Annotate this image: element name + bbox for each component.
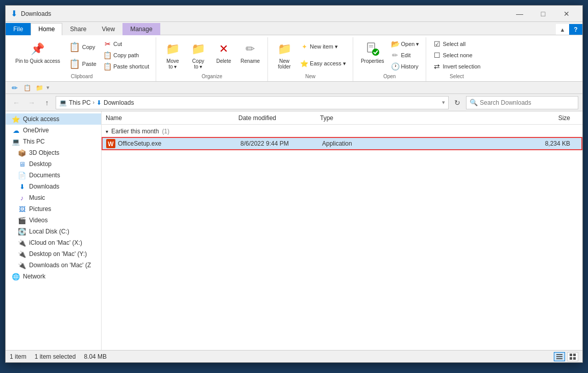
quick-access-toolbar: ✏ 📋 📁 ▾ bbox=[6, 82, 582, 94]
sidebar-item-icloud[interactable]: 🔌 iCloud on 'Mac' (X:) bbox=[6, 237, 101, 248]
search-icon: 🔍 bbox=[470, 99, 478, 106]
maximize-button[interactable]: □ bbox=[531, 6, 555, 22]
sidebar-item-local-disk[interactable]: 💽 Local Disk (C:) bbox=[6, 226, 101, 237]
ribbon-collapse-button[interactable]: ▲ bbox=[556, 24, 569, 35]
sidebar-item-onedrive[interactable]: ☁ OneDrive bbox=[6, 125, 101, 136]
tab-share[interactable]: Share bbox=[62, 23, 94, 35]
column-type[interactable]: Type bbox=[320, 114, 402, 122]
detail-view-button[interactable] bbox=[554, 352, 565, 361]
copy-path-button[interactable]: 📋 Copy path bbox=[101, 50, 152, 61]
new-folder-button[interactable]: 📁 Newfolder bbox=[272, 38, 297, 72]
sidebar-item-documents[interactable]: 📄 Documents bbox=[6, 170, 101, 181]
refresh-button[interactable]: ↻ bbox=[451, 96, 464, 109]
sidebar-item-this-pc[interactable]: 💻 This PC bbox=[6, 136, 101, 147]
column-name[interactable]: Name bbox=[106, 114, 238, 122]
breadcrumb-pc-icon: 💻 bbox=[59, 99, 67, 106]
address-dropdown-icon[interactable]: ▾ bbox=[442, 99, 445, 106]
sidebar-item-downloads-mac[interactable]: 🔌 Downloads on 'Mac' (Z bbox=[6, 260, 101, 271]
properties-button[interactable]: Properties bbox=[357, 38, 388, 66]
qa-properties-button[interactable]: 📋 bbox=[22, 83, 32, 93]
organize-label: Organize bbox=[160, 72, 263, 81]
column-date-modified[interactable]: Date modified bbox=[238, 114, 320, 122]
help-button[interactable]: ? bbox=[569, 24, 582, 35]
svg-rect-9 bbox=[570, 354, 572, 356]
forward-button[interactable]: → bbox=[25, 96, 38, 109]
close-button[interactable]: ✕ bbox=[555, 6, 578, 22]
search-box[interactable]: 🔍 bbox=[466, 96, 578, 109]
address-bar[interactable]: 💻 This PC › ⬇ Downloads ▾ bbox=[56, 96, 449, 109]
minimize-button[interactable]: — bbox=[508, 6, 531, 22]
ribbon-tabs: File Home Share View Manage ▲ ? bbox=[6, 22, 582, 35]
paste-button[interactable]: 📋 Paste bbox=[65, 56, 100, 72]
easy-access-label: Easy access ▾ bbox=[310, 60, 346, 67]
breadcrumb-downloads: Downloads bbox=[104, 99, 134, 106]
pin-icon: 📌 bbox=[30, 41, 46, 57]
sidebar-item-pictures[interactable]: 🖼 Pictures bbox=[6, 203, 101, 215]
column-size[interactable]: Size bbox=[402, 114, 578, 122]
3d-objects-icon: 📦 bbox=[18, 149, 26, 157]
local-disk-icon: 💽 bbox=[18, 227, 26, 236]
cut-button[interactable]: ✂ Cut bbox=[101, 38, 152, 50]
status-selected: 1 item selected bbox=[35, 353, 76, 360]
sidebar-item-music[interactable]: ♪ Music bbox=[6, 192, 101, 203]
onedrive-icon: ☁ bbox=[12, 126, 20, 134]
up-button[interactable]: ↑ bbox=[40, 96, 54, 109]
sidebar-item-desktop[interactable]: 🖥 Desktop bbox=[6, 158, 101, 170]
sidebar-item-videos[interactable]: 🎬 Videos bbox=[6, 215, 101, 226]
tab-home[interactable]: Home bbox=[31, 23, 62, 35]
pin-to-quick-access-button[interactable]: 📌 Pin to Quick access bbox=[12, 38, 64, 67]
file-size-officesetup: 8,234 KB bbox=[404, 140, 578, 147]
copy-to-button[interactable]: 📁 Copyto ▾ bbox=[186, 38, 210, 72]
sidebar-label-3d-objects: 3D Objects bbox=[29, 149, 59, 156]
svg-text:W: W bbox=[108, 141, 114, 148]
open-label: Open ▾ bbox=[401, 41, 419, 48]
sidebar-label-icloud: iCloud on 'Mac' (X:) bbox=[29, 239, 82, 246]
easy-access-button[interactable]: ⭐ Easy access ▾ bbox=[298, 58, 349, 69]
history-button[interactable]: 🕐 History bbox=[388, 61, 422, 72]
select-none-button[interactable]: ☐ Select none bbox=[430, 50, 483, 61]
qa-dropdown-icon[interactable]: ▾ bbox=[46, 84, 50, 91]
select-label: Select bbox=[430, 72, 483, 81]
tab-manage[interactable]: Manage bbox=[122, 23, 160, 35]
sidebar-label-documents: Documents bbox=[29, 172, 60, 179]
title-bar: ⬇ Downloads — □ ✕ bbox=[6, 6, 582, 22]
invert-selection-label: Invert selection bbox=[443, 63, 480, 69]
svg-point-3 bbox=[372, 49, 379, 56]
new-item-button[interactable]: ✦ New item ▾ bbox=[298, 41, 349, 53]
invert-selection-button[interactable]: ⇄ Invert selection bbox=[430, 61, 483, 72]
tab-view[interactable]: View bbox=[94, 23, 122, 35]
tab-file[interactable]: File bbox=[6, 23, 31, 35]
sidebar-item-quick-access[interactable]: ⭐ Quick access bbox=[6, 113, 101, 125]
large-icon-view-button[interactable] bbox=[567, 352, 578, 361]
qa-new-folder-button[interactable]: 📁 bbox=[34, 83, 44, 93]
sidebar-item-desktop-mac[interactable]: 🔌 Desktop on 'Mac' (Y:) bbox=[6, 248, 101, 260]
select-all-button[interactable]: ☑ Select all bbox=[430, 38, 483, 50]
sidebar-label-onedrive: OneDrive bbox=[23, 127, 49, 134]
sidebar-item-downloads[interactable]: ⬇ Downloads bbox=[6, 181, 101, 192]
group-header-earlier-this-month[interactable]: ▾ Earlier this month (1) bbox=[102, 125, 582, 137]
sidebar-item-3d-objects[interactable]: 📦 3D Objects bbox=[6, 147, 101, 158]
history-icon: 🕐 bbox=[391, 62, 399, 71]
sidebar-label-desktop-mac: Desktop on 'Mac' (Y:) bbox=[29, 250, 87, 258]
search-input[interactable] bbox=[480, 99, 575, 106]
this-pc-icon: 💻 bbox=[12, 137, 20, 146]
delete-icon: ✕ bbox=[215, 41, 232, 57]
move-to-button[interactable]: 📁 Moveto ▾ bbox=[160, 38, 185, 72]
delete-button[interactable]: ✕ Delete bbox=[211, 38, 236, 66]
new-right-col: ✦ New item ▾ ⭐ Easy access ▾ bbox=[298, 38, 349, 72]
file-row-officesetup[interactable]: W OfficeSetup.exe 8/6/2022 9:44 PM Appli… bbox=[102, 137, 582, 150]
sidebar-item-network[interactable]: 🌐 Network bbox=[6, 271, 101, 282]
invert-selection-icon: ⇄ bbox=[433, 62, 441, 71]
copy-icon: 📋 bbox=[68, 41, 81, 53]
back-button[interactable]: ← bbox=[10, 96, 23, 109]
paste-shortcut-button[interactable]: 📋 Paste shortcut bbox=[101, 61, 152, 72]
copy-button[interactable]: 📋 Copy bbox=[65, 39, 100, 55]
qa-undo-button[interactable]: ✏ bbox=[10, 83, 20, 93]
paste-shortcut-icon: 📋 bbox=[104, 62, 112, 71]
videos-icon: 🎬 bbox=[18, 216, 26, 224]
edit-button[interactable]: ✏ Edit bbox=[388, 50, 422, 61]
open-right-col: 📂 Open ▾ ✏ Edit 🕐 History bbox=[388, 38, 422, 72]
open-button[interactable]: 📂 Open ▾ bbox=[388, 38, 422, 50]
window-controls: — □ ✕ bbox=[508, 6, 578, 22]
rename-button[interactable]: ✏ Rename bbox=[237, 38, 263, 66]
